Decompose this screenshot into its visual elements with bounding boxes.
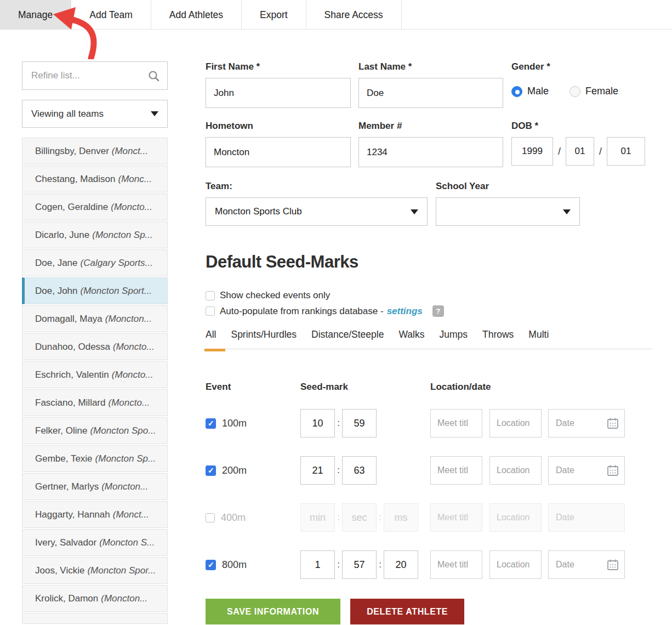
athlete-list-item[interactable]: Joos, Vickie (Moncton Spor... (22, 557, 168, 584)
seed-mark-input[interactable] (342, 503, 377, 532)
athlete-list-item[interactable]: Dicarlo, June (Moncton Sp... (22, 221, 168, 248)
seed-mark-input[interactable] (342, 456, 377, 485)
athlete-list-item[interactable]: Dunahoo, Odessa (Moncto... (22, 333, 168, 360)
athlete-sidebar: Viewing all teams Billingsby, Denver (Mo… (22, 61, 168, 625)
athlete-team: (Moncton Sp... (92, 230, 153, 241)
date-field[interactable] (548, 503, 625, 532)
athlete-list-item[interactable]: Doe, John (Moncton Sport... (22, 277, 168, 304)
seed-row: 100m : (206, 409, 652, 438)
seed-marks-tab[interactable]: Multi (528, 329, 549, 340)
settings-link[interactable]: settings (387, 306, 423, 317)
search-input[interactable] (22, 62, 167, 89)
top-tab[interactable]: Manage (0, 0, 71, 30)
autopopulate-checkbox[interactable] (206, 306, 215, 316)
top-tab[interactable]: Add Team (71, 0, 151, 30)
seed-mark-input[interactable] (342, 409, 377, 438)
event-checkbox[interactable] (206, 465, 216, 476)
hometown-field[interactable] (206, 137, 351, 167)
athlete-list-item-partial[interactable] (22, 613, 168, 624)
date-input[interactable] (549, 504, 624, 531)
seed-mark-input[interactable] (300, 550, 335, 579)
date-field[interactable] (548, 550, 625, 579)
seed-marks-tab[interactable]: Jumps (439, 329, 468, 340)
dob-day-field[interactable] (607, 137, 645, 166)
athlete-team: (Monct... (113, 509, 149, 520)
event-checkbox[interactable] (206, 418, 216, 429)
event-cell: 100m (206, 409, 247, 438)
athlete-list-item[interactable]: Gembe, Texie (Moncton Sp... (22, 445, 168, 472)
athlete-list-item[interactable]: Cogen, Geraldine (Moncto... (22, 194, 168, 220)
athlete-list-item[interactable]: Billingsby, Denver (Monct... (22, 138, 168, 164)
athlete-list-item[interactable]: Domagall, Maya (Moncton... (22, 305, 168, 332)
top-tab[interactable]: Export (242, 0, 306, 30)
team-select-value: Moncton Sports Club (215, 206, 302, 217)
meet-title-input[interactable] (430, 456, 482, 485)
meet-title-input[interactable] (430, 409, 482, 438)
athlete-list-item[interactable]: Gertner, Marlys (Moncton... (22, 473, 168, 500)
location-input[interactable] (489, 503, 542, 532)
calendar-icon[interactable] (607, 417, 619, 431)
seed-marks-tab[interactable]: Throws (482, 329, 514, 340)
first-name-field[interactable] (206, 78, 351, 108)
event-cell: 200m (206, 456, 247, 485)
school-year-select[interactable] (436, 197, 580, 226)
location-input[interactable] (489, 409, 542, 438)
seed-mark-input[interactable] (342, 550, 377, 579)
athlete-list-item[interactable]: Ivery, Salvador (Moncton S... (22, 529, 168, 556)
show-checked-checkbox[interactable] (206, 291, 215, 300)
seed-marks-tab[interactable]: Distance/Steeple (311, 329, 384, 340)
help-icon[interactable]: ? (432, 305, 444, 317)
team-filter-dropdown[interactable]: Viewing all teams (22, 100, 168, 128)
delete-athlete-button[interactable]: DELETE ATHLETE (350, 599, 464, 624)
radio-icon[interactable] (511, 86, 522, 97)
athlete-list-item[interactable]: Fasciano, Millard (Moncto... (22, 389, 168, 416)
save-information-button[interactable]: SAVE INFORMATION (206, 599, 340, 624)
gender-radio-option[interactable]: Female (570, 86, 618, 97)
chevron-down-icon (151, 111, 158, 116)
location-input[interactable] (489, 456, 542, 485)
event-checkbox[interactable] (206, 513, 215, 522)
meet-title-input[interactable] (430, 550, 482, 579)
calendar-icon[interactable] (607, 464, 619, 479)
top-tab[interactable]: Add Athletes (151, 0, 242, 30)
seed-row: 800m :: (206, 550, 652, 579)
seed-marks-tab[interactable]: Walks (398, 329, 424, 340)
seed-mark-input[interactable] (300, 456, 335, 485)
event-checkbox[interactable] (206, 560, 216, 570)
athlete-list-item[interactable]: Haggarty, Hannah (Monct... (22, 501, 168, 528)
seed-marks-tab-label: Jumps (439, 329, 468, 340)
dob-year-field[interactable] (511, 137, 553, 166)
athlete-list-item[interactable]: Chestang, Madison (Monc... (22, 166, 168, 192)
athlete-team: (Moncto... (111, 202, 152, 213)
athlete-list-item[interactable]: Eschrich, Valentin (Moncto... (22, 361, 168, 388)
top-tab[interactable]: Share Access (306, 0, 402, 30)
seed-mark-input[interactable] (384, 550, 418, 579)
calendar-icon[interactable] (607, 559, 619, 573)
member-field[interactable] (358, 137, 503, 167)
team-select[interactable]: Moncton Sports Club (206, 197, 428, 226)
colon-separator: : (335, 512, 342, 523)
athlete-list-item[interactable]: Felker, Oline (Moncton Spo... (22, 417, 168, 444)
last-name-field[interactable] (358, 78, 503, 108)
refine-list-searchbox[interactable] (22, 61, 168, 90)
seed-marks-tab[interactable]: All (206, 329, 216, 340)
seed-marks-tab[interactable]: Sprints/Hurdles (231, 329, 297, 340)
dob-separator: / (599, 146, 602, 157)
seed-mark-input[interactable] (300, 409, 335, 438)
date-field[interactable] (548, 456, 625, 485)
event-label: 100m (222, 418, 247, 429)
athlete-team: (Moncton... (105, 314, 152, 325)
form-actions: SAVE INFORMATION DELETE ATHLETE (206, 599, 464, 624)
radio-icon[interactable] (570, 86, 580, 97)
seed-mark-cell: : (300, 409, 377, 438)
meet-title-input[interactable] (430, 503, 482, 532)
athlete-name: Gembe, Texie (35, 453, 93, 464)
dob-month-field[interactable] (566, 137, 594, 166)
athlete-list-item[interactable]: Doe, Jane (Calgary Sports... (22, 249, 168, 276)
seed-mark-input[interactable] (300, 503, 335, 532)
seed-mark-input[interactable] (384, 503, 418, 532)
athlete-list-item[interactable]: Krolick, Damon (Moncton... (22, 585, 168, 612)
date-field[interactable] (548, 409, 625, 438)
gender-radio-option[interactable]: Male (511, 86, 549, 97)
location-input[interactable] (489, 550, 542, 579)
